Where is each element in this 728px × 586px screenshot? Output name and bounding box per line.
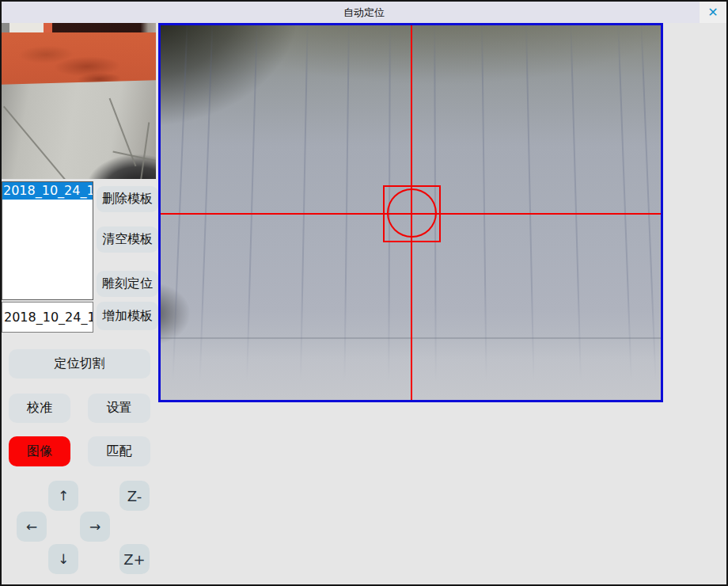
add-template-button[interactable]: 增加模板: [97, 302, 158, 330]
z-minus-button[interactable]: Z-: [119, 481, 150, 511]
arrow-up-icon: ↑: [58, 488, 69, 504]
position-cut-button[interactable]: 定位切割: [9, 349, 150, 379]
dialog-title: 自动定位: [2, 2, 726, 23]
engrave-position-button[interactable]: 雕刻定位: [97, 271, 158, 297]
jog-left-button[interactable]: ←: [17, 512, 47, 542]
jog-up-button[interactable]: ↑: [48, 481, 78, 511]
close-button[interactable]: ✕: [700, 2, 726, 23]
preview-orange-beam: [2, 28, 156, 85]
image-button[interactable]: 图像: [9, 436, 70, 466]
template-preview-image: [2, 23, 156, 179]
template-list-item[interactable]: 2018_10_24_11: [2, 182, 93, 200]
arrow-right-icon: →: [89, 519, 100, 535]
template-list[interactable]: 2018_10_24_11: [2, 181, 93, 300]
delete-template-button[interactable]: 删除模板: [97, 186, 158, 212]
jog-down-button[interactable]: ↓: [48, 544, 78, 574]
calibrate-button[interactable]: 校准: [9, 394, 70, 423]
z-plus-button[interactable]: Z+: [119, 544, 150, 574]
template-name-input[interactable]: [2, 302, 93, 333]
arrow-left-icon: ←: [26, 519, 37, 535]
settings-button[interactable]: 设置: [88, 394, 150, 423]
titlebar: 自动定位 ✕: [2, 2, 726, 23]
match-button[interactable]: 匹配: [88, 436, 150, 466]
camera-view: [158, 23, 663, 402]
arrow-down-icon: ↓: [58, 551, 69, 567]
clear-templates-button[interactable]: 清空模板: [97, 226, 158, 253]
preview-top-strip: [2, 23, 156, 32]
close-icon: ✕: [707, 6, 718, 19]
auto-position-dialog: 自动定位 ✕ 2018_10_24_11 删除模板 清空模板 雕刻定位 增加模板…: [0, 0, 728, 586]
jog-right-button[interactable]: →: [80, 512, 110, 542]
roi-circle-overlay: [387, 188, 437, 238]
